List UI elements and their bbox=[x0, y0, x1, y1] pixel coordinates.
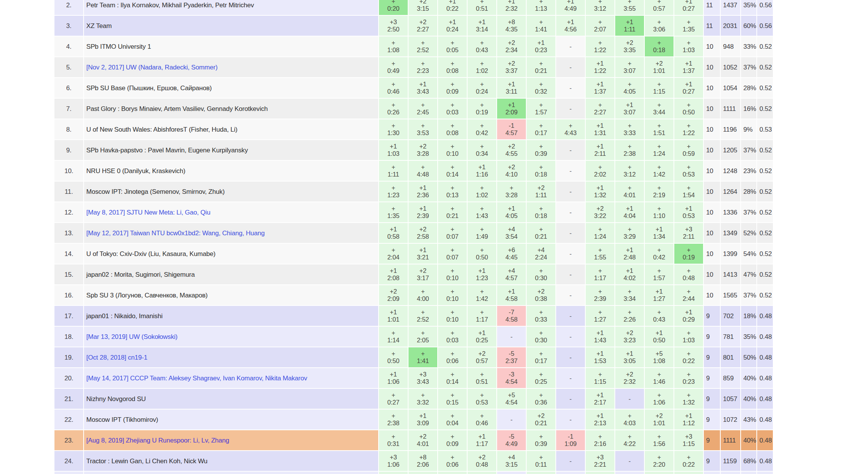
problem-cell-solved: +0:05 bbox=[438, 36, 467, 56]
attempt-count: + bbox=[687, 454, 690, 461]
attempt-count: + bbox=[687, 350, 690, 357]
problem-cell-solved: +2:39 bbox=[586, 285, 614, 305]
solve-time: 0:23 bbox=[683, 378, 695, 385]
team-link[interactable]: [Nov 2, 2017] UW (Nadara, Radecki, Somme… bbox=[86, 64, 217, 71]
attempt-count: + bbox=[480, 371, 484, 378]
problem-cell-solved: +1:42 bbox=[645, 161, 674, 181]
problem-cell-solved: +11:34 bbox=[645, 223, 674, 243]
attempt-count: +1 bbox=[656, 329, 662, 337]
problem-cell-solved: +0:11 bbox=[527, 451, 555, 471]
attempt-count: + bbox=[451, 412, 454, 419]
solve-time: 0:17 bbox=[535, 129, 547, 137]
solve-time: 2:38 bbox=[624, 150, 636, 157]
team-link[interactable]: [Aug 8, 2019] Zhejiang U Runespoor: Li, … bbox=[86, 437, 229, 444]
attempt-count: + bbox=[392, 412, 395, 419]
problem-cell-first-solved: +0:20 bbox=[379, 0, 408, 15]
attempt-count: +1 bbox=[449, 0, 456, 5]
problem-cell-solved: +22:09 bbox=[379, 285, 408, 305]
attempt-count: + bbox=[480, 205, 484, 212]
attempt-count: + bbox=[451, 267, 454, 274]
rank-cell: 19. bbox=[54, 347, 83, 367]
team-link[interactable]: [May 8, 2017] SJTU New Meta: Li, Gao, Qi… bbox=[86, 209, 210, 216]
attempt-count: +1 bbox=[390, 226, 397, 233]
problem-cell-solved: +1:51 bbox=[645, 119, 674, 139]
team-link[interactable]: [Mar 13, 2019] UW (Sokołowski) bbox=[86, 333, 178, 340]
solve-time: 0:17 bbox=[535, 357, 547, 365]
attempt-count: + bbox=[451, 288, 454, 295]
problem-cell-solved: +10:58 bbox=[379, 223, 408, 243]
success-rate-cell: 28% bbox=[741, 78, 756, 98]
problem-cell-solved: +0:32 bbox=[527, 78, 555, 98]
attempt-count: +6 bbox=[508, 246, 515, 254]
solve-time: 3:07 bbox=[624, 67, 636, 74]
problem-cell-solved: +0:14 bbox=[438, 161, 467, 181]
rank-cell: 11. bbox=[54, 182, 83, 201]
attempt-count: + bbox=[569, 122, 572, 129]
solve-time: 1:10 bbox=[653, 212, 665, 220]
no-attempt-dash: - bbox=[570, 457, 572, 465]
success-rate-cell: 37% bbox=[741, 57, 756, 77]
team-link[interactable]: [Oct 28, 2018] cn19-1 bbox=[86, 354, 147, 361]
team-link[interactable]: [May 14, 2017] CCCP Team: Aleksey Shagra… bbox=[86, 375, 307, 382]
problem-cell-solved: +0:24 bbox=[468, 78, 496, 98]
solve-time: 1:30 bbox=[387, 129, 399, 137]
problem-cell-solved: +2:38 bbox=[615, 140, 644, 160]
rating-cell: 0.52 bbox=[757, 202, 773, 222]
attempt-count: + bbox=[539, 350, 543, 357]
solve-time: 1:11 bbox=[387, 171, 399, 178]
solve-time: 3:23 bbox=[624, 337, 636, 344]
attempt-count: + bbox=[657, 143, 661, 150]
attempt-count: + bbox=[539, 81, 543, 88]
solve-time: 2:09 bbox=[387, 295, 399, 302]
attempt-count: +3 bbox=[390, 454, 397, 461]
no-attempt-dash: - bbox=[570, 167, 572, 175]
attempt-count: + bbox=[539, 329, 543, 337]
rating-cell: 0.56 bbox=[757, 16, 773, 36]
problem-cell-solved: +3:55 bbox=[615, 0, 644, 15]
problem-cell-solved: +0:21 bbox=[527, 57, 555, 77]
team-name-cell: [May 12, 2017] Taiwan NTU bcw0x1bd2: Wan… bbox=[84, 223, 378, 243]
solved-count-cell bbox=[704, 472, 720, 474]
attempt-count: +1 bbox=[419, 184, 426, 192]
problem-cell-solved: +1:13 bbox=[527, 0, 555, 15]
problem-cell-unsolved: - bbox=[615, 451, 644, 471]
solve-time: 1:11 bbox=[624, 26, 635, 33]
problem-cell-unsolved: - bbox=[556, 161, 585, 181]
attempt-count: + bbox=[657, 205, 661, 212]
team-name: SPb ITMO University 1 bbox=[86, 43, 151, 50]
attempt-count: +1 bbox=[419, 412, 426, 419]
attempt-count: + bbox=[421, 350, 425, 357]
penalty-cell: 1248 bbox=[721, 161, 740, 181]
team-name-cell: SPb ITMO University 1 bbox=[84, 36, 378, 56]
problem-cell-solved: +1:15 bbox=[645, 78, 674, 98]
solve-time: 0:18 bbox=[535, 212, 547, 220]
solve-time: 1:06 bbox=[653, 399, 665, 406]
attempt-count: +1 bbox=[537, 39, 544, 46]
rank-cell: 17. bbox=[54, 306, 83, 326]
problem-cell-solved: +0:26 bbox=[379, 99, 408, 119]
success-rate-cell bbox=[741, 472, 756, 474]
solve-time: 0:51 bbox=[476, 378, 488, 385]
no-attempt-dash: - bbox=[570, 312, 572, 320]
solve-time: 0:21 bbox=[446, 212, 458, 220]
problem-cell-solved: +1:17 bbox=[468, 306, 496, 326]
attempt-count: + bbox=[687, 246, 690, 254]
success-rate-cell: 23% bbox=[741, 161, 756, 181]
problem-cell-solved: +13:43 bbox=[408, 78, 437, 98]
team-link[interactable]: [May 12, 2017] Taiwan NTU bcw0x1bd2: Wan… bbox=[86, 230, 265, 237]
problem-cell-solved: +0:08 bbox=[438, 57, 467, 77]
problem-cell-solved: +12:13 bbox=[586, 410, 614, 429]
solve-time: 3:12 bbox=[594, 5, 606, 12]
problem-cell-solved: +22:58 bbox=[408, 223, 437, 243]
solve-time: 4:54 bbox=[506, 378, 517, 385]
problem-cell-solved: +3:29 bbox=[615, 223, 644, 243]
attempt-count: + bbox=[598, 226, 602, 233]
problem-cell-solved: +0:09 bbox=[438, 78, 467, 98]
problem-cell-solved: +11:22 bbox=[586, 57, 614, 77]
solve-time: 0:48 bbox=[476, 461, 488, 468]
attempt-count: +1 bbox=[390, 267, 397, 274]
solve-time: 1:46 bbox=[653, 378, 665, 385]
rank-cell: 12. bbox=[54, 202, 83, 222]
problem-cell-solved: +1:27 bbox=[586, 306, 614, 326]
solve-time: 0:25 bbox=[535, 378, 547, 385]
